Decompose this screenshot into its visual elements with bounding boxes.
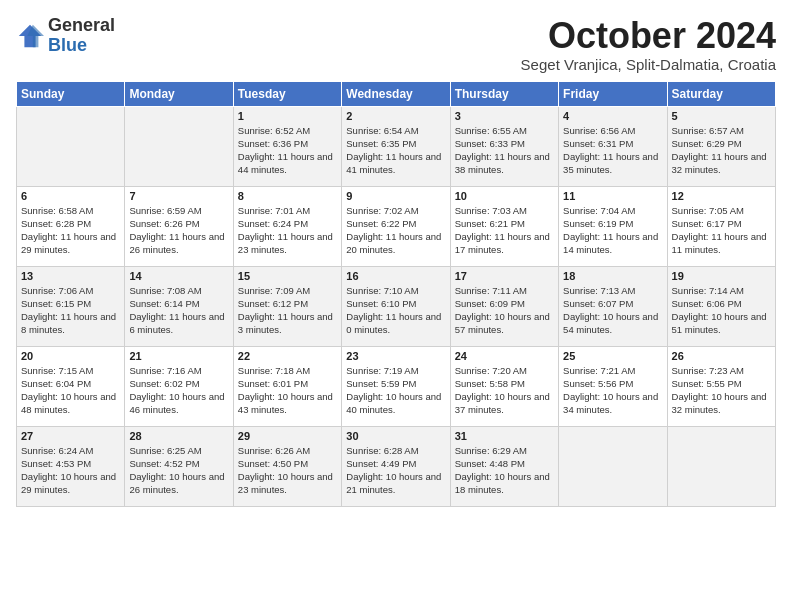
calendar-cell	[17, 106, 125, 186]
calendar-cell: 22Sunrise: 7:18 AM Sunset: 6:01 PM Dayli…	[233, 346, 341, 426]
day-number: 10	[455, 190, 554, 202]
day-content: Sunrise: 7:10 AM Sunset: 6:10 PM Dayligh…	[346, 284, 445, 337]
calendar-cell: 4Sunrise: 6:56 AM Sunset: 6:31 PM Daylig…	[559, 106, 667, 186]
logo-icon	[16, 22, 44, 50]
day-number: 11	[563, 190, 662, 202]
calendar-table: SundayMondayTuesdayWednesdayThursdayFrid…	[16, 81, 776, 507]
day-number: 9	[346, 190, 445, 202]
day-content: Sunrise: 7:04 AM Sunset: 6:19 PM Dayligh…	[563, 204, 662, 257]
day-content: Sunrise: 7:03 AM Sunset: 6:21 PM Dayligh…	[455, 204, 554, 257]
day-content: Sunrise: 7:08 AM Sunset: 6:14 PM Dayligh…	[129, 284, 228, 337]
calendar-week-row: 6Sunrise: 6:58 AM Sunset: 6:28 PM Daylig…	[17, 186, 776, 266]
calendar-cell	[559, 426, 667, 506]
day-content: Sunrise: 7:21 AM Sunset: 5:56 PM Dayligh…	[563, 364, 662, 417]
calendar-cell	[667, 426, 775, 506]
calendar-cell: 27Sunrise: 6:24 AM Sunset: 4:53 PM Dayli…	[17, 426, 125, 506]
day-number: 14	[129, 270, 228, 282]
calendar-cell: 3Sunrise: 6:55 AM Sunset: 6:33 PM Daylig…	[450, 106, 558, 186]
day-content: Sunrise: 6:52 AM Sunset: 6:36 PM Dayligh…	[238, 124, 337, 177]
calendar-week-row: 27Sunrise: 6:24 AM Sunset: 4:53 PM Dayli…	[17, 426, 776, 506]
day-content: Sunrise: 7:06 AM Sunset: 6:15 PM Dayligh…	[21, 284, 120, 337]
day-content: Sunrise: 6:56 AM Sunset: 6:31 PM Dayligh…	[563, 124, 662, 177]
day-number: 6	[21, 190, 120, 202]
day-number: 15	[238, 270, 337, 282]
day-content: Sunrise: 7:15 AM Sunset: 6:04 PM Dayligh…	[21, 364, 120, 417]
day-number: 5	[672, 110, 771, 122]
calendar-cell: 21Sunrise: 7:16 AM Sunset: 6:02 PM Dayli…	[125, 346, 233, 426]
logo-general-text: General	[48, 16, 115, 36]
calendar-title: October 2024	[521, 16, 776, 56]
day-content: Sunrise: 7:14 AM Sunset: 6:06 PM Dayligh…	[672, 284, 771, 337]
day-number: 2	[346, 110, 445, 122]
calendar-location: Seget Vranjica, Split-Dalmatia, Croatia	[521, 56, 776, 73]
calendar-cell: 1Sunrise: 6:52 AM Sunset: 6:36 PM Daylig…	[233, 106, 341, 186]
weekday-header-row: SundayMondayTuesdayWednesdayThursdayFrid…	[17, 81, 776, 106]
calendar-cell: 28Sunrise: 6:25 AM Sunset: 4:52 PM Dayli…	[125, 426, 233, 506]
calendar-cell: 11Sunrise: 7:04 AM Sunset: 6:19 PM Dayli…	[559, 186, 667, 266]
day-number: 24	[455, 350, 554, 362]
day-number: 21	[129, 350, 228, 362]
calendar-cell: 6Sunrise: 6:58 AM Sunset: 6:28 PM Daylig…	[17, 186, 125, 266]
day-content: Sunrise: 7:02 AM Sunset: 6:22 PM Dayligh…	[346, 204, 445, 257]
day-content: Sunrise: 7:23 AM Sunset: 5:55 PM Dayligh…	[672, 364, 771, 417]
day-content: Sunrise: 6:29 AM Sunset: 4:48 PM Dayligh…	[455, 444, 554, 497]
calendar-cell: 26Sunrise: 7:23 AM Sunset: 5:55 PM Dayli…	[667, 346, 775, 426]
weekday-header-sunday: Sunday	[17, 81, 125, 106]
day-number: 31	[455, 430, 554, 442]
calendar-week-row: 13Sunrise: 7:06 AM Sunset: 6:15 PM Dayli…	[17, 266, 776, 346]
day-content: Sunrise: 7:01 AM Sunset: 6:24 PM Dayligh…	[238, 204, 337, 257]
day-content: Sunrise: 6:28 AM Sunset: 4:49 PM Dayligh…	[346, 444, 445, 497]
calendar-cell: 12Sunrise: 7:05 AM Sunset: 6:17 PM Dayli…	[667, 186, 775, 266]
day-number: 16	[346, 270, 445, 282]
calendar-cell: 9Sunrise: 7:02 AM Sunset: 6:22 PM Daylig…	[342, 186, 450, 266]
weekday-header-saturday: Saturday	[667, 81, 775, 106]
day-number: 25	[563, 350, 662, 362]
calendar-cell: 2Sunrise: 6:54 AM Sunset: 6:35 PM Daylig…	[342, 106, 450, 186]
day-content: Sunrise: 7:13 AM Sunset: 6:07 PM Dayligh…	[563, 284, 662, 337]
day-content: Sunrise: 7:19 AM Sunset: 5:59 PM Dayligh…	[346, 364, 445, 417]
calendar-cell: 8Sunrise: 7:01 AM Sunset: 6:24 PM Daylig…	[233, 186, 341, 266]
day-number: 7	[129, 190, 228, 202]
weekday-header-tuesday: Tuesday	[233, 81, 341, 106]
calendar-header: SundayMondayTuesdayWednesdayThursdayFrid…	[17, 81, 776, 106]
day-content: Sunrise: 6:59 AM Sunset: 6:26 PM Dayligh…	[129, 204, 228, 257]
calendar-cell: 29Sunrise: 6:26 AM Sunset: 4:50 PM Dayli…	[233, 426, 341, 506]
day-number: 18	[563, 270, 662, 282]
day-number: 1	[238, 110, 337, 122]
day-content: Sunrise: 6:55 AM Sunset: 6:33 PM Dayligh…	[455, 124, 554, 177]
day-content: Sunrise: 7:09 AM Sunset: 6:12 PM Dayligh…	[238, 284, 337, 337]
calendar-week-row: 1Sunrise: 6:52 AM Sunset: 6:36 PM Daylig…	[17, 106, 776, 186]
calendar-cell: 17Sunrise: 7:11 AM Sunset: 6:09 PM Dayli…	[450, 266, 558, 346]
calendar-body: 1Sunrise: 6:52 AM Sunset: 6:36 PM Daylig…	[17, 106, 776, 506]
logo-blue-text: Blue	[48, 36, 115, 56]
day-number: 23	[346, 350, 445, 362]
calendar-cell: 24Sunrise: 7:20 AM Sunset: 5:58 PM Dayli…	[450, 346, 558, 426]
day-content: Sunrise: 7:11 AM Sunset: 6:09 PM Dayligh…	[455, 284, 554, 337]
weekday-header-friday: Friday	[559, 81, 667, 106]
day-number: 26	[672, 350, 771, 362]
title-block: October 2024 Seget Vranjica, Split-Dalma…	[521, 16, 776, 73]
day-number: 8	[238, 190, 337, 202]
day-content: Sunrise: 7:16 AM Sunset: 6:02 PM Dayligh…	[129, 364, 228, 417]
calendar-cell: 13Sunrise: 7:06 AM Sunset: 6:15 PM Dayli…	[17, 266, 125, 346]
day-content: Sunrise: 6:25 AM Sunset: 4:52 PM Dayligh…	[129, 444, 228, 497]
calendar-cell: 14Sunrise: 7:08 AM Sunset: 6:14 PM Dayli…	[125, 266, 233, 346]
page-header: General Blue October 2024 Seget Vranjica…	[16, 16, 776, 73]
calendar-cell: 31Sunrise: 6:29 AM Sunset: 4:48 PM Dayli…	[450, 426, 558, 506]
day-number: 22	[238, 350, 337, 362]
calendar-cell: 16Sunrise: 7:10 AM Sunset: 6:10 PM Dayli…	[342, 266, 450, 346]
day-content: Sunrise: 6:26 AM Sunset: 4:50 PM Dayligh…	[238, 444, 337, 497]
day-number: 28	[129, 430, 228, 442]
calendar-cell: 10Sunrise: 7:03 AM Sunset: 6:21 PM Dayli…	[450, 186, 558, 266]
calendar-cell: 15Sunrise: 7:09 AM Sunset: 6:12 PM Dayli…	[233, 266, 341, 346]
calendar-cell	[125, 106, 233, 186]
logo-text: General Blue	[48, 16, 115, 56]
day-number: 3	[455, 110, 554, 122]
calendar-cell: 20Sunrise: 7:15 AM Sunset: 6:04 PM Dayli…	[17, 346, 125, 426]
calendar-cell: 30Sunrise: 6:28 AM Sunset: 4:49 PM Dayli…	[342, 426, 450, 506]
calendar-cell: 7Sunrise: 6:59 AM Sunset: 6:26 PM Daylig…	[125, 186, 233, 266]
day-number: 27	[21, 430, 120, 442]
weekday-header-monday: Monday	[125, 81, 233, 106]
weekday-header-wednesday: Wednesday	[342, 81, 450, 106]
calendar-cell: 25Sunrise: 7:21 AM Sunset: 5:56 PM Dayli…	[559, 346, 667, 426]
